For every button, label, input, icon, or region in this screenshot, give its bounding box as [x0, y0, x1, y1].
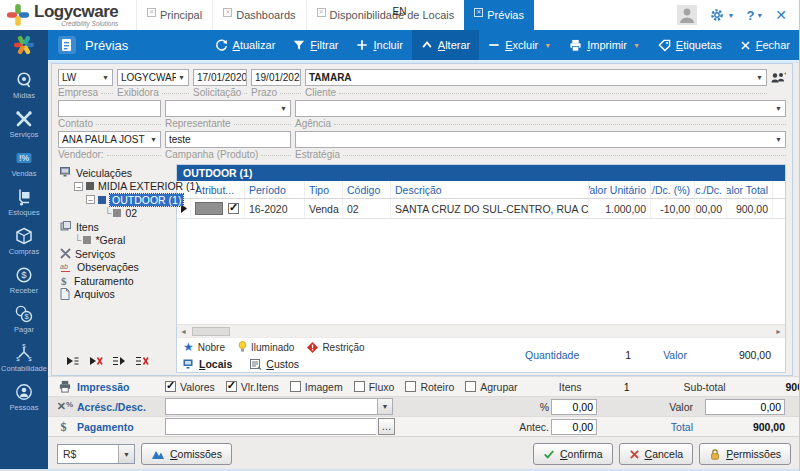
checkbox[interactable]	[226, 381, 237, 392]
tree-node-midia-exterior[interactable]: – MIDIA EXTERIOR (1)	[60, 180, 176, 194]
checkbox[interactable]	[465, 381, 476, 392]
tab-principal[interactable]: ✕ Principal	[136, 0, 212, 30]
incluir-button[interactable]: Incluir	[347, 30, 411, 60]
collapse-expander[interactable]: –	[86, 195, 95, 204]
sidebar-item-pagar[interactable]: $ Pagar	[0, 304, 48, 334]
sidebar-item-servicos[interactable]: Serviços	[0, 109, 48, 139]
option-roteiro[interactable]: Roteiro	[405, 381, 454, 393]
checkbox[interactable]	[405, 381, 416, 392]
excluir-button[interactable]: Excluir ▼	[479, 30, 560, 60]
dropdown-caret-icon[interactable]: ▼	[544, 42, 551, 49]
pct-input[interactable]	[551, 399, 597, 415]
campanha-field[interactable]: teste	[165, 131, 291, 148]
column-header-tipo[interactable]: Tipo	[305, 181, 343, 198]
tab-close-icon[interactable]: ✕	[147, 8, 156, 17]
collapse-expander[interactable]: –	[74, 182, 83, 191]
collapse-all-icon[interactable]	[135, 355, 149, 367]
scrollbar-thumb[interactable]	[192, 327, 230, 336]
app-menu-button[interactable]	[0, 30, 48, 60]
help-button[interactable]: ? ▼	[746, 8, 763, 23]
empresa-combo[interactable]: LW ▼	[58, 69, 113, 86]
column-header-codigo[interactable]: Código	[343, 181, 391, 198]
tab-close-icon[interactable]: ✕	[223, 8, 232, 17]
cliente-combo[interactable]: TAMARA ▼	[305, 69, 767, 86]
window-close-button[interactable]: ✕	[775, 7, 787, 23]
antec-input[interactable]	[551, 419, 597, 435]
tree-node-geral[interactable]: └ *Geral	[60, 234, 176, 248]
acresc-desc-combo[interactable]: ▼	[165, 398, 393, 415]
collapse-branch-icon[interactable]	[89, 355, 103, 367]
option-valores[interactable]: Valores	[165, 381, 215, 393]
clients-people-icon[interactable]: +	[770, 71, 786, 86]
tab-close-icon[interactable]: ✕	[474, 8, 483, 17]
exibidora-combo[interactable]: LOGYCWARE SISTI ▼	[117, 69, 189, 86]
sidebar-item-compras[interactable]: Compras	[0, 226, 48, 256]
tree-node-veiculacoes[interactable]: Veiculações	[60, 166, 176, 180]
estrategia-combo[interactable]: ▼	[295, 131, 786, 148]
tab-previas[interactable]: ✕ Prévias	[464, 0, 534, 30]
scroll-right-icon[interactable]: ►	[772, 325, 785, 337]
atualizar-button[interactable]: Atualizar	[206, 30, 285, 60]
scrollbar-track[interactable]	[190, 325, 772, 337]
column-header-atributos[interactable]: Atribut...	[191, 181, 245, 198]
cancela-button[interactable]: Cancela	[619, 443, 694, 465]
expand-branch-icon[interactable]	[66, 355, 80, 367]
prazo-field[interactable]: 19/01/2020	[251, 69, 301, 86]
tree-node-outdoor[interactable]: – OUTDOOR (1)	[60, 193, 176, 207]
tree-node-faturamento[interactable]: $ Faturamento	[60, 274, 176, 288]
option-vlr-itens[interactable]: Vlr.Itens	[226, 381, 279, 393]
photo-thumbnail[interactable]	[195, 202, 223, 215]
chevron-down-icon[interactable]: ▼	[377, 399, 392, 414]
alterar-button[interactable]: Alterar	[412, 30, 479, 60]
sidebar-item-receber[interactable]: $ Receber	[0, 265, 48, 295]
etiquetas-button[interactable]: Etiquetas	[649, 30, 731, 60]
solicitacao-field[interactable]: 17/01/2020	[193, 69, 247, 86]
column-header-acdc[interactable]: Ac./Dc.	[695, 181, 727, 198]
currency-combo[interactable]: R$ ▼	[57, 444, 135, 464]
fechar-button[interactable]: Fechar	[731, 30, 799, 60]
pagamento-field[interactable]	[165, 418, 376, 435]
language-indicator[interactable]: EN	[393, 6, 407, 17]
sidebar-item-estoques[interactable]: Estoques	[0, 187, 48, 217]
tree-node-servicos[interactable]: Serviços	[60, 247, 176, 261]
sidebar-item-contabilidade[interactable]: $ $ $ Contabilidade	[0, 343, 48, 373]
row-checkbox[interactable]	[228, 203, 239, 214]
vendedor-combo[interactable]: ANA PAULA JOST ▼	[58, 131, 161, 148]
imprimir-button[interactable]: Imprimir ▼	[560, 30, 649, 60]
tab-custos[interactable]: Custos	[250, 358, 299, 370]
expand-all-icon[interactable]	[112, 355, 126, 367]
tree-node-itens[interactable]: Itens	[60, 220, 176, 234]
tab-disponibilidade[interactable]: ✕ Disponibilidade de Locais	[306, 0, 465, 30]
column-header-valor-total[interactable]: Valor Total	[727, 181, 773, 198]
settings-button[interactable]: ▼	[709, 7, 734, 23]
scroll-left-icon[interactable]: ◄	[177, 325, 190, 337]
sidebar-item-pessoas[interactable]: Pessoas	[0, 382, 48, 412]
sidebar-item-midias[interactable]: Mídias	[0, 70, 48, 100]
column-header-acdc-pct[interactable]: Ac./Dc. (%)	[651, 181, 695, 198]
sidebar-item-vendas[interactable]: !% Vendas	[0, 148, 48, 178]
representante-combo[interactable]: ▼	[165, 100, 291, 117]
confirma-button[interactable]: Confirma	[533, 443, 613, 465]
tree-node-02[interactable]: └ 02	[60, 207, 176, 221]
tree-node-observacoes[interactable]: ab Observações	[60, 261, 176, 275]
option-fluxo[interactable]: Fluxo	[354, 381, 395, 393]
horizontal-scrollbar[interactable]: ◄ ►	[177, 324, 785, 337]
valor-input[interactable]	[705, 399, 785, 415]
checkbox[interactable]	[165, 381, 176, 392]
checkbox[interactable]	[290, 381, 301, 392]
tree-node-arquivos[interactable]: Arquivos	[60, 288, 176, 302]
agencia-combo[interactable]: ▼	[295, 100, 786, 117]
column-header-descricao[interactable]: Descrição	[391, 181, 589, 198]
column-header-periodo[interactable]: Período	[245, 181, 305, 198]
option-imagem[interactable]: Imagem	[290, 381, 343, 393]
pagamento-browse-button[interactable]: …	[378, 418, 395, 435]
tab-locais[interactable]: Locais	[183, 358, 232, 370]
cell-atributos[interactable]	[191, 199, 245, 218]
chevron-down-icon[interactable]: ▼	[118, 445, 134, 463]
option-agrupar[interactable]: Agrupar	[465, 381, 517, 393]
filtrar-button[interactable]: Filtrar	[284, 30, 347, 60]
user-avatar[interactable]	[677, 5, 697, 25]
contato-field[interactable]	[58, 100, 161, 117]
column-header-valor-unitario[interactable]: Valor Unitário	[589, 181, 651, 198]
tab-dashboards[interactable]: ✕ Dashboards	[212, 0, 305, 30]
